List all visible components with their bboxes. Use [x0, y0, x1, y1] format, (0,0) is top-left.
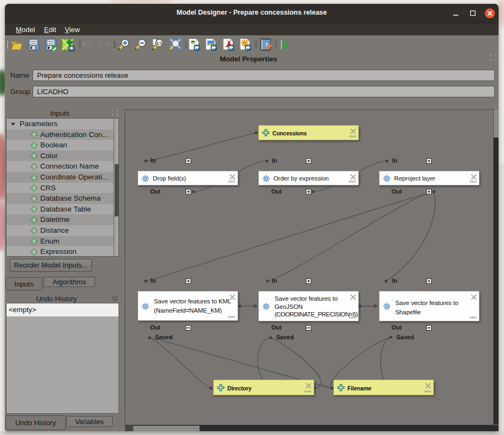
svg-text:1:1: 1:1: [157, 41, 163, 46]
